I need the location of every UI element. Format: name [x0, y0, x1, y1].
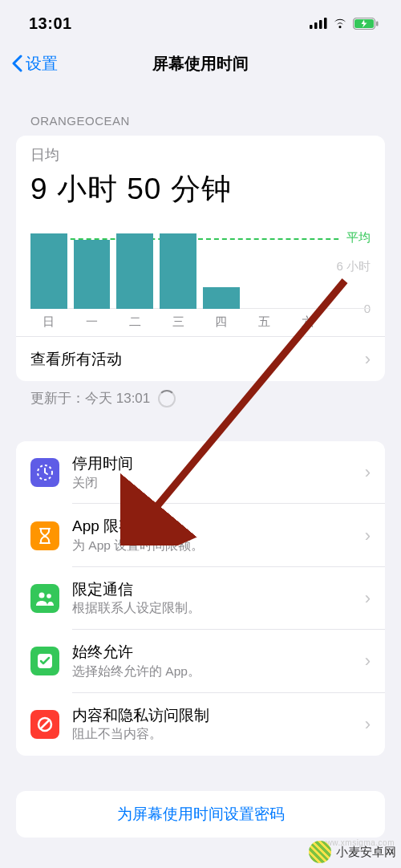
chevron-right-icon: ›	[365, 462, 371, 483]
back-button[interactable]: 设置	[11, 53, 58, 75]
svg-rect-1	[314, 22, 318, 29]
spinner-icon	[158, 390, 176, 408]
battery-charging-icon	[353, 18, 379, 30]
chart-x-label: 一	[74, 314, 111, 330]
svg-point-8	[39, 592, 45, 598]
watermark: 小麦安卓网	[309, 841, 396, 863]
status-bar: 13:01	[0, 0, 401, 40]
option-body: App 限额为 App 设置时间限额。	[72, 513, 365, 557]
updated-text: 更新于：今天 13:01	[30, 389, 150, 408]
svg-point-9	[47, 594, 51, 598]
chart-bar	[289, 308, 326, 309]
svg-rect-2	[319, 20, 322, 29]
daily-avg-label: 日均	[30, 145, 371, 164]
option-title: 停用时间	[72, 454, 365, 474]
chart-xaxis: 日一二三四五六	[30, 314, 326, 330]
check-icon	[30, 647, 59, 675]
status-time: 13:01	[29, 14, 72, 33]
option-body: 停用时间关闭	[72, 451, 365, 494]
chevron-right-icon: ›	[365, 525, 371, 546]
section-header: ORANGEOCEAN	[0, 87, 401, 136]
set-passcode-label: 为屏幕使用时间设置密码	[117, 805, 285, 822]
svg-rect-0	[310, 25, 313, 29]
chevron-right-icon: ›	[365, 651, 371, 671]
chart-x-label: 五	[246, 314, 283, 330]
wifi-icon	[332, 18, 348, 29]
status-icons	[310, 18, 379, 30]
svg-line-12	[40, 720, 50, 729]
chart-bar	[160, 233, 196, 309]
chart-bar	[30, 233, 67, 309]
option-title: 限定通信	[72, 580, 365, 600]
watermark-logo-icon	[309, 841, 331, 863]
option-subtitle: 阻止不当内容。	[72, 725, 365, 743]
option-row-nosign[interactable]: 内容和隐私访问限制阻止不当内容。›	[16, 693, 385, 756]
set-passcode-button[interactable]: 为屏幕使用时间设置密码	[16, 791, 385, 838]
option-body: 内容和隐私访问限制阻止不当内容。	[72, 703, 365, 746]
option-subtitle: 为 App 设置时间限额。	[72, 537, 365, 554]
chart-y-tick-6h: 6 小时	[331, 259, 371, 274]
option-body: 限定通信根据联系人设定限制。	[72, 577, 365, 620]
cellular-icon	[310, 18, 327, 29]
chart-x-label: 二	[116, 314, 153, 330]
chart-avg-label: 平均	[342, 230, 371, 245]
back-label: 设置	[26, 53, 58, 75]
chevron-right-icon: ›	[365, 714, 371, 735]
option-subtitle: 选择始终允许的 App。	[72, 663, 365, 680]
watermark-text: 小麦安卓网	[336, 845, 396, 860]
chevron-right-icon: ›	[365, 349, 371, 370]
chart-bar	[116, 233, 153, 309]
chart-bar	[74, 240, 111, 309]
nosign-icon	[30, 710, 59, 739]
chart-x-label: 日	[30, 314, 67, 330]
chart-x-label: 四	[203, 314, 240, 330]
view-all-label: 查看所有活动	[30, 349, 365, 370]
chart-bar	[246, 308, 283, 309]
option-body: 始终允许选择始终允许的 App。	[72, 639, 365, 683]
option-row-downtime[interactable]: 停用时间关闭›	[16, 441, 385, 504]
option-subtitle: 根据联系人设定限制。	[72, 599, 365, 617]
summary-row[interactable]: 日均 9 小时 50 分钟 平均 6 小时 0 日一二三四五六	[16, 136, 385, 336]
chart-bar	[203, 287, 240, 310]
chevron-right-icon: ›	[365, 588, 371, 609]
downtime-icon	[30, 458, 59, 487]
summary-card-group: 日均 9 小时 50 分钟 平均 6 小时 0 日一二三四五六 查看所有活动 ›	[16, 136, 385, 381]
chart-x-label: 六	[289, 314, 326, 330]
option-title: App 限额	[72, 517, 365, 537]
view-all-activity-row[interactable]: 查看所有活动 ›	[16, 336, 385, 381]
chart-x-label: 三	[160, 314, 196, 330]
people-icon	[30, 584, 59, 613]
option-row-check[interactable]: 始终允许选择始终允许的 App。›	[16, 630, 385, 692]
option-subtitle: 关闭	[72, 474, 365, 492]
daily-avg-value: 9 小时 50 分钟	[30, 169, 371, 209]
option-row-people[interactable]: 限定通信根据联系人设定限制。›	[16, 567, 385, 630]
option-title: 始终允许	[72, 643, 365, 663]
chevron-left-icon	[11, 55, 22, 72]
hourglass-icon	[30, 521, 59, 550]
svg-rect-6	[376, 21, 379, 26]
svg-rect-3	[324, 18, 327, 29]
usage-bar-chart: 平均 6 小时 0 日一二三四五六	[30, 221, 371, 330]
nav-bar: 设置 屏幕使用时间	[0, 40, 401, 87]
chart-bars	[30, 221, 326, 309]
options-card-group: 停用时间关闭›App 限额为 App 设置时间限额。›限定通信根据联系人设定限制…	[16, 441, 385, 756]
option-title: 内容和隐私访问限制	[72, 706, 365, 726]
page-title: 屏幕使用时间	[152, 53, 249, 75]
option-row-hourglass[interactable]: App 限额为 App 设置时间限额。›	[16, 504, 385, 566]
updated-row: 更新于：今天 13:01	[0, 381, 401, 408]
